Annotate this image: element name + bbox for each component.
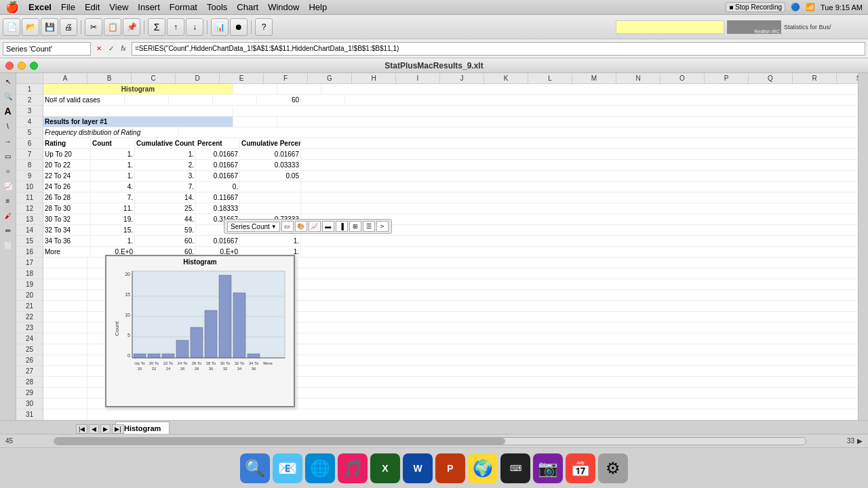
- row-17[interactable]: 17: [16, 258, 43, 268]
- cell-a3[interactable]: [43, 106, 233, 116]
- empty-r25[interactable]: [43, 344, 87, 354]
- cell-g1[interactable]: [277, 84, 321, 94]
- empty-r27[interactable]: [43, 366, 87, 376]
- col-s[interactable]: S: [837, 73, 858, 83]
- row-28[interactable]: 28: [16, 377, 43, 388]
- row-23[interactable]: 23: [16, 323, 43, 333]
- chart-area-btn[interactable]: ▭: [281, 221, 294, 232]
- cell-f4[interactable]: [233, 117, 277, 127]
- menu-tools[interactable]: Tools: [207, 2, 227, 12]
- col-q[interactable]: Q: [749, 73, 793, 83]
- cell-c8[interactable]: 2.: [135, 160, 196, 170]
- col-a[interactable]: A: [43, 73, 87, 83]
- empty-r24[interactable]: [43, 333, 87, 344]
- cell-d2[interactable]: [213, 95, 257, 105]
- cell-e6[interactable]: Cumulative Percent: [240, 138, 301, 148]
- cell-a6[interactable]: Rating: [43, 138, 91, 148]
- cell-b15[interactable]: 1.: [91, 236, 135, 246]
- open-btn[interactable]: 📂: [22, 18, 39, 36]
- row-27[interactable]: 27: [16, 366, 43, 377]
- dock-excel[interactable]: X: [370, 453, 400, 483]
- paste-btn[interactable]: 📌: [123, 18, 140, 36]
- gradient-tool[interactable]: ≡: [1, 194, 15, 207]
- row-8[interactable]: 8: [16, 160, 43, 171]
- cell-c2[interactable]: [169, 95, 213, 105]
- cell-e15[interactable]: 1.: [240, 236, 301, 246]
- menu-file[interactable]: File: [61, 2, 75, 12]
- dock-mail[interactable]: 📧: [273, 453, 302, 483]
- cell-a1[interactable]: Histogram: [43, 84, 233, 94]
- row-25[interactable]: 25: [16, 344, 43, 355]
- cell-c12[interactable]: 25.: [135, 203, 196, 214]
- cell-e11[interactable]: [240, 192, 301, 203]
- menu-help[interactable]: Help: [309, 2, 327, 12]
- row-18[interactable]: 18: [16, 268, 43, 279]
- cell-b9[interactable]: 1.: [91, 171, 135, 181]
- cell-c10[interactable]: 7.: [135, 182, 196, 192]
- cell-e8[interactable]: 0.03333: [240, 160, 301, 170]
- chart-bar-btn[interactable]: ▬: [322, 221, 334, 232]
- cell-b10[interactable]: 4.: [91, 182, 135, 192]
- copy-btn[interactable]: 📋: [104, 18, 121, 36]
- name-box[interactable]: Series 'Count': [3, 42, 91, 56]
- dock-finder[interactable]: 🔍: [240, 453, 270, 483]
- sort-desc-btn[interactable]: ↓: [186, 18, 203, 36]
- row-29[interactable]: 29: [16, 388, 43, 399]
- col-f[interactable]: F: [264, 73, 308, 83]
- pencil-tool[interactable]: ✏: [1, 224, 15, 237]
- minimize-button[interactable]: [18, 62, 26, 70]
- row-31[interactable]: 31: [16, 409, 43, 420]
- cell-e2[interactable]: 60: [257, 95, 301, 105]
- close-button[interactable]: [5, 62, 14, 70]
- paint-tool[interactable]: 🖌: [1, 209, 15, 222]
- empty-r30[interactable]: [43, 399, 87, 409]
- col-r[interactable]: R: [793, 73, 837, 83]
- cancel-formula-btn[interactable]: ✕: [94, 43, 104, 54]
- row-5[interactable]: 5: [16, 127, 43, 138]
- apple-menu[interactable]: 🍎: [5, 1, 19, 14]
- row-15[interactable]: 15: [16, 236, 43, 247]
- chart-table-btn[interactable]: ⊞: [349, 221, 361, 232]
- col-c[interactable]: C: [132, 73, 176, 83]
- accept-formula-btn[interactable]: ✓: [106, 43, 117, 54]
- cell-d15[interactable]: 0.01667: [196, 236, 240, 246]
- cell-d10[interactable]: 0.: [196, 182, 240, 192]
- tab-prev-btn[interactable]: ◀: [89, 424, 99, 434]
- row-2[interactable]: 2: [16, 95, 43, 106]
- print-btn[interactable]: 🖨: [60, 18, 77, 36]
- col-b[interactable]: B: [87, 73, 132, 83]
- cell-a2[interactable]: No# of valid cases: [43, 95, 125, 105]
- row-1[interactable]: 1: [16, 84, 43, 95]
- col-j[interactable]: J: [440, 73, 484, 83]
- cell-f1[interactable]: [233, 84, 277, 94]
- col-m[interactable]: M: [572, 73, 616, 83]
- row-14[interactable]: 14: [16, 225, 43, 236]
- cell-d8[interactable]: 0.01667: [196, 160, 240, 170]
- empty-r17[interactable]: [43, 258, 87, 268]
- col-h[interactable]: H: [352, 73, 396, 83]
- function-btn[interactable]: fx: [118, 43, 129, 54]
- cell-f2[interactable]: [301, 95, 345, 105]
- col-i[interactable]: I: [396, 73, 440, 83]
- empty-r23[interactable]: [43, 323, 87, 333]
- empty-r19[interactable]: [43, 279, 87, 289]
- cell-a16[interactable]: More: [43, 247, 91, 257]
- cell-c7[interactable]: 1.: [135, 149, 196, 159]
- cell-e9[interactable]: 0.05: [240, 171, 301, 181]
- dock-photos[interactable]: 📷: [533, 453, 563, 483]
- sum-btn[interactable]: Σ: [148, 18, 165, 36]
- col-d[interactable]: D: [176, 73, 220, 83]
- cell-c13[interactable]: 44.: [135, 214, 196, 224]
- col-l[interactable]: L: [528, 73, 572, 83]
- menu-insert[interactable]: Insert: [138, 2, 160, 12]
- series-dropdown[interactable]: Series Count ▼: [227, 222, 280, 232]
- col-e[interactable]: E: [220, 73, 264, 83]
- row-11[interactable]: 11: [16, 192, 43, 203]
- row-10[interactable]: 10: [16, 182, 43, 192]
- text-tool[interactable]: A: [1, 104, 15, 118]
- maximize-button[interactable]: [30, 62, 38, 70]
- row-30[interactable]: 30: [16, 399, 43, 409]
- menu-chart[interactable]: Chart: [237, 2, 258, 12]
- menu-format[interactable]: Format: [170, 2, 197, 12]
- empty-r28[interactable]: [43, 377, 87, 387]
